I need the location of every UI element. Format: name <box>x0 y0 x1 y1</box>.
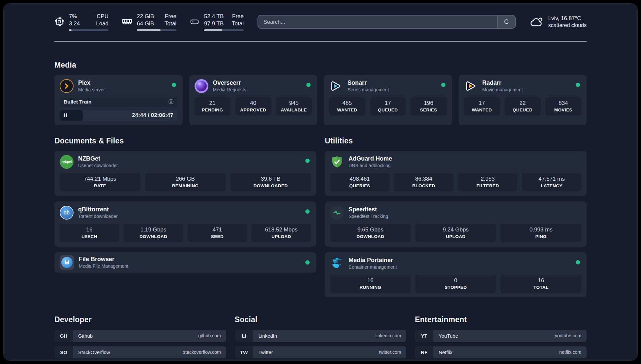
stat-queries: 498,461 QUERIES <box>330 173 389 191</box>
stat-value: 40 <box>236 100 270 106</box>
cpu-stat: 7% 3.24 CPU Load <box>54 13 108 31</box>
stat-label: WANTED <box>465 107 499 112</box>
weather-widget: Lviv, 16.87°C scattered clouds <box>530 15 587 28</box>
radarr-icon <box>464 79 478 93</box>
stat-value: 834 <box>547 100 580 106</box>
bookmark-url: twitter.com <box>379 349 401 355</box>
pause-icon[interactable] <box>63 113 67 117</box>
app-title: Media Portainer <box>349 257 397 264</box>
header-divider <box>54 41 587 42</box>
stat-value: 485 <box>330 100 364 106</box>
cloud-icon <box>530 16 543 28</box>
bookmark-youtube[interactable]: YT YouTube youtube.com <box>415 330 587 342</box>
status-dot <box>305 209 310 214</box>
stat-label: TOTAL <box>502 285 580 290</box>
stat-label: AVAILABLE <box>277 107 311 112</box>
section-utilities: Utilities AdGuard Home DNS and adblockin… <box>325 136 587 297</box>
app-title: qBittorrent <box>78 206 118 213</box>
top-bar: 7% 3.24 CPU Load <box>54 13 587 31</box>
app-card-qbittorrent[interactable]: qb qBittorrent Torrent downloader 16 LEE… <box>54 201 316 247</box>
disk-free-label: Free <box>230 13 244 20</box>
stat-upload: 618.52 Mbps UPLOAD <box>252 224 311 242</box>
app-title: NZBGet <box>78 155 118 162</box>
bookmark-abbr: LI <box>235 330 253 342</box>
playback-time: 24:44 / 02:06:47 <box>132 112 173 118</box>
stat-value: 2,953 <box>459 176 516 182</box>
ram-free-value: 22 GiB <box>137 13 161 20</box>
stat-series: 196 SERIES <box>411 97 447 115</box>
app-card-overseerr[interactable]: Overseerr Media Requests 21 PENDING 40 A… <box>189 75 318 125</box>
app-card-speedtest[interactable]: Speedtest Speedtest Tracking 9.65 Gbps D… <box>325 201 587 247</box>
stat-value: 266 GB <box>146 176 225 182</box>
bookmark-abbr: NF <box>415 346 433 358</box>
qbittorrent-icon: qb <box>60 206 74 220</box>
bookmark-github[interactable]: GH Github github.com <box>54 330 226 342</box>
stat-label: PENDING <box>196 107 229 112</box>
disk-total-label: Total <box>230 20 244 27</box>
stat-wanted: 485 WANTED <box>329 97 365 115</box>
stat-label: REMAINING <box>146 183 225 188</box>
app-card-sonarr[interactable]: Sonarr Series management 485 WANTED 17 Q… <box>324 75 452 125</box>
weather-location-temp: Lviv, 16.87°C <box>548 15 587 22</box>
app-subtitle: Container management <box>349 264 397 270</box>
bookmark-name: Twitter <box>259 349 273 355</box>
stat-filtered: 2,953 FILTERED <box>458 173 517 191</box>
stat-pending: 21 PENDING <box>195 97 231 115</box>
stat-running: 16 RUNNING <box>330 275 411 293</box>
bookmark-abbr: YT <box>415 330 433 342</box>
stat-label: WANTED <box>330 107 364 112</box>
app-subtitle: Media server <box>78 87 105 92</box>
bookmark-linkedin[interactable]: LI LinkedIn linkedin.com <box>235 330 407 342</box>
app-title: Sonarr <box>348 79 389 86</box>
section-title-media: Media <box>54 61 587 70</box>
stat-wanted: 17 WANTED <box>464 97 500 115</box>
search-input[interactable] <box>258 15 497 28</box>
bookmark-stackoverflow[interactable]: SO StackOverflow stackoverflow.com <box>54 346 226 358</box>
stat-value: 9.24 Gbps <box>417 227 495 233</box>
stat-value: 0.993 ms <box>502 227 580 233</box>
disk-total-value: 97.9 TB <box>204 20 228 27</box>
app-title: File Browser <box>79 256 128 263</box>
stat-value: 498,461 <box>331 176 388 182</box>
stat-value: 16 <box>331 277 410 284</box>
app-card-plex[interactable]: Plex Media server Bullet Train 24:44 / 0… <box>54 75 183 125</box>
app-card-nzbget[interactable]: nzbget NZBGet Usenet downloader 744.21 M… <box>54 151 316 196</box>
speedtest-icon <box>330 206 344 220</box>
playback-progress-bar[interactable]: 24:44 / 02:06:47 <box>60 110 177 121</box>
stat-label: DOWNLOADED <box>231 183 310 188</box>
ram-meter <box>137 29 176 31</box>
stat-value: 9.65 Gbps <box>331 227 410 233</box>
now-playing-title: Bullet Train <box>64 99 91 105</box>
bookmark-netflix[interactable]: NF Netflix netflix.com <box>415 346 587 358</box>
stat-remaining: 266 GB REMAINING <box>145 173 226 191</box>
status-dot <box>305 260 310 264</box>
cpu-icon <box>54 17 64 27</box>
stat-label: PING <box>502 234 580 239</box>
app-card-radarr[interactable]: Radarr Movie management 17 WANTED 22 QUE… <box>459 75 587 125</box>
bookmark-name: YouTube <box>439 333 458 339</box>
cpu-usage-label: CPU <box>95 13 108 20</box>
app-card-filebrowser[interactable]: File Browser Media File Management <box>54 252 316 273</box>
ram-stat: 22 GiB 64 GiB Free Total <box>122 13 176 31</box>
bookmark-name: StackOverflow <box>78 349 110 355</box>
app-subtitle: Series management <box>348 87 389 92</box>
adguard-icon <box>330 155 344 169</box>
search-provider-button[interactable]: G <box>497 15 515 28</box>
status-dot <box>306 83 311 87</box>
stat-seed: 471 SEED <box>188 224 247 242</box>
stat-label: LATENCY <box>523 183 580 188</box>
stat-label: LEECH <box>61 234 118 239</box>
bookmark-twitter[interactable]: TW Twitter twitter.com <box>235 346 407 358</box>
ram-icon <box>122 18 132 25</box>
section-title-documents: Documents & Files <box>54 136 316 145</box>
stat-latency: 47.571 ms LATENCY <box>522 173 581 191</box>
stat-download: 1.19 Gbps DOWNLOAD <box>124 224 183 242</box>
app-card-adguard[interactable]: AdGuard Home DNS and adblocking 498,461 … <box>325 151 587 196</box>
app-subtitle: Usenet downloader <box>78 163 118 168</box>
app-card-portainer[interactable]: Media Portainer Container management 16 … <box>325 252 587 297</box>
now-playing-row: Bullet Train <box>60 97 177 107</box>
stat-label: RATE <box>61 183 139 188</box>
app-title: Radarr <box>482 79 523 86</box>
status-dot <box>576 260 580 264</box>
stat-rate: 744.21 Mbps RATE <box>60 173 140 191</box>
